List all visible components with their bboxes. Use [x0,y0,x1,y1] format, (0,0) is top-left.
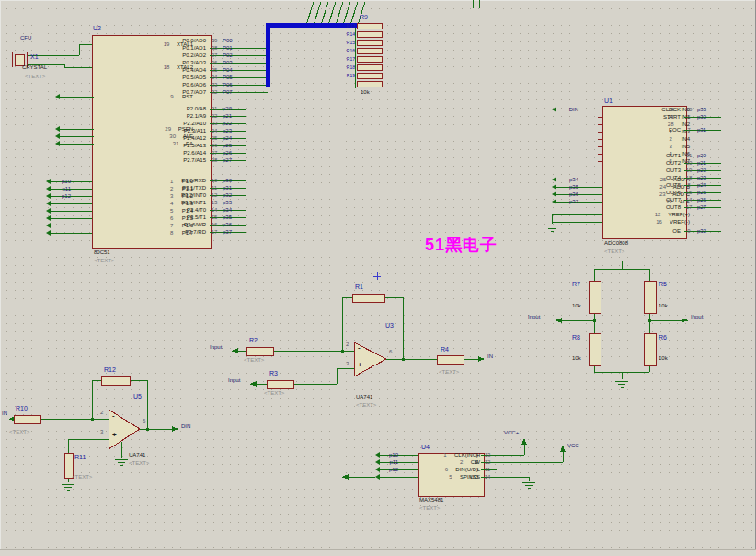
u5-value[interactable]: UA741 [129,452,145,458]
resistor-ref[interactable]: R15 [340,39,357,47]
net-label[interactable]: p24 [221,134,246,142]
r2-body[interactable] [246,347,274,356]
net-label[interactable]: p25 [695,189,721,196]
r4-ref[interactable]: R4 [441,346,449,353]
r5-value[interactable]: 10k [659,303,668,308]
net-label[interactable] [51,222,73,229]
resistor-ref[interactable]: R18 [340,64,357,72]
r4-body[interactable] [437,355,464,365]
net-label[interactable]: p23 [695,174,721,181]
net-label[interactable]: p22 [221,120,246,127]
network-ref[interactable]: R9 [360,14,368,20]
resistor-ref[interactable]: R19 [340,72,357,80]
net-label[interactable]: P01 [221,44,246,52]
net-label[interactable]: p10 [51,178,73,185]
net-label-vcc-minus[interactable]: VCC- [567,443,581,448]
r7-value[interactable]: 10k [572,303,581,308]
r3-ref[interactable]: R3 [269,370,278,376]
net-label[interactable]: p31 [221,184,246,191]
net-label[interactable]: p12 [51,192,73,200]
net-label[interactable] [380,473,400,481]
u3-ref[interactable]: U3 [385,322,394,329]
net-label[interactable]: p21 [695,159,721,167]
net-label[interactable]: p32 [221,191,246,199]
resistor-body[interactable] [357,56,383,63]
net-label[interactable]: p31 [695,126,721,133]
r5-ref[interactable]: R5 [659,281,667,287]
r10-ref[interactable]: R10 [16,405,28,411]
net-label[interactable]: p32 [695,227,721,235]
net-label[interactable]: p12 [380,466,400,473]
r12-ref[interactable]: R12 [104,366,116,373]
r10-body[interactable] [14,415,41,424]
u4-ref[interactable]: U4 [421,444,430,450]
r3-body[interactable] [267,380,294,389]
u3-value[interactable]: UA741 [356,394,372,400]
net-label[interactable]: p37 [556,198,580,205]
net-label[interactable]: p27 [695,203,721,211]
net-label[interactable] [51,200,73,207]
net-label-din-out[interactable]: DIN [181,423,190,429]
u2-value[interactable]: 80C51 [94,249,110,255]
net-label[interactable]: p21 [221,112,246,120]
u5-ref[interactable]: U5 [133,393,142,400]
r5-body[interactable] [644,281,657,314]
resistor-body[interactable] [357,64,383,71]
r12-body[interactable] [101,376,131,386]
net-label[interactable]: p22 [695,167,721,174]
net-label[interactable]: p27 [221,156,246,164]
net-label[interactable]: P00 [221,37,246,44]
net-label[interactable]: DIN [556,106,580,113]
net-label[interactable]: P05 [221,74,246,81]
u1-value[interactable]: ADC0808 [604,240,628,246]
resistor-ref[interactable]: R17 [340,55,357,64]
net-label-cfu[interactable]: CFU [20,35,31,41]
net-label[interactable]: p35 [556,183,580,191]
net-label[interactable]: P02 [221,52,246,59]
net-label[interactable] [51,207,73,214]
resistor-body[interactable] [357,81,383,87]
u4-value[interactable]: MAX5481 [419,497,443,503]
net-label[interactable]: p36 [221,221,246,228]
resistor-ref[interactable]: R16 [340,47,357,55]
net-label[interactable]: p20 [221,105,246,112]
network-value[interactable]: 10k [361,89,370,95]
r8-body[interactable] [589,333,601,366]
r8-value[interactable]: 10k [572,355,581,361]
resistor-body[interactable] [357,48,383,54]
net-label[interactable]: p33 [221,199,246,206]
r1-ref[interactable]: R1 [355,284,363,290]
net-label[interactable]: p25 [221,142,246,149]
net-label-in-out[interactable]: IN [487,353,493,359]
net-label[interactable]: p26 [695,196,721,203]
net-label-input-r3[interactable]: Input [228,377,240,383]
x1-value[interactable]: CRYSTAL [22,64,47,70]
x1-ref[interactable]: X1 [30,53,39,60]
net-label[interactable]: p33 [695,106,721,113]
resistor-body[interactable] [357,40,383,46]
resistor-body[interactable] [357,31,383,38]
r1-body[interactable] [352,294,385,303]
net-label-input-left[interactable]: Input [528,314,540,319]
r6-ref[interactable]: R6 [659,334,667,341]
r2-ref[interactable]: R2 [249,337,258,343]
net-label-input-right[interactable]: Input [691,314,703,319]
resistor-ref[interactable]: R13 [340,22,357,30]
net-label[interactable]: p26 [221,149,246,156]
net-label[interactable]: P04 [221,66,246,74]
r8-ref[interactable]: R8 [572,334,580,341]
net-label[interactable]: P07 [221,88,246,96]
net-label[interactable]: p30 [221,177,246,184]
net-label[interactable]: p30 [695,113,721,121]
resistor-ref[interactable]: R14 [340,30,357,39]
net-label-vcc-plus[interactable]: VCC+ [504,430,519,435]
r6-value[interactable]: 10k [659,355,668,361]
net-label[interactable]: p23 [221,127,246,134]
net-label[interactable]: p35 [221,214,246,221]
net-label-input-r2[interactable]: Input [210,344,222,350]
r6-body[interactable] [644,333,657,366]
net-label[interactable]: p24 [695,181,721,189]
net-label[interactable]: P03 [221,59,246,66]
net-label-in-r10[interactable]: IN [2,411,7,416]
net-label[interactable]: p11 [51,185,73,192]
